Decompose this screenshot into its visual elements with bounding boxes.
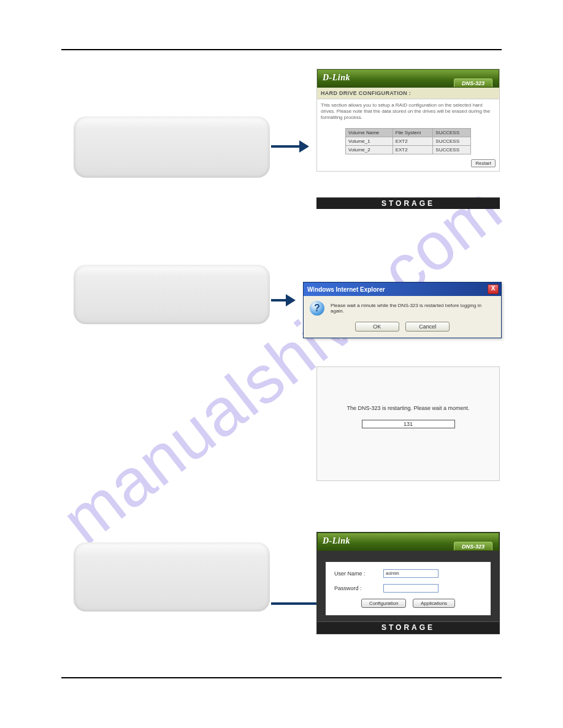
configuration-button[interactable]: Configuration [361, 599, 407, 608]
restart-row: Restart [317, 158, 499, 171]
login-button-row: Configuration Applications [334, 599, 482, 608]
col-status: SUCCESS [433, 129, 471, 137]
close-icon[interactable]: X [488, 284, 499, 294]
messagebox-body: ? Please wait a minute while the DNS-323… [304, 296, 501, 319]
step-box-4 [74, 542, 270, 612]
dlink-logo: D-Link [323, 73, 350, 83]
restarting-panel: The DNS-323 is restarting. Please wait a… [316, 366, 500, 481]
username-label: User Name : [334, 571, 383, 577]
arrow-1 [271, 145, 305, 148]
username-row: User Name : admin [334, 569, 482, 578]
storage-bar-1: STORAGE [316, 197, 500, 209]
password-row: Password : [334, 584, 482, 593]
cancel-button[interactable]: Cancel [405, 322, 450, 332]
cell-file-system: EXT2 [393, 137, 433, 146]
messagebox-text: Please wait a minute while the DNS-323 i… [331, 303, 495, 314]
cell-status: SUCCESS [433, 146, 471, 154]
login-dark-area: User Name : admin Password : Configurati… [317, 551, 499, 621]
volume-table: Volume Name File System SUCCESS Volume_1… [345, 128, 471, 154]
step-box-2 [74, 265, 270, 324]
restarting-text: The DNS-323 is restarting. Please wait a… [317, 405, 499, 411]
manual-page: manualshive.com D-Link DNS-323 HARD DRIV… [0, 0, 563, 728]
cell-status: SUCCESS [433, 137, 471, 146]
messagebox-title: Windows Internet Explorer [307, 286, 385, 293]
table-header-row: Volume Name File System SUCCESS [346, 129, 471, 137]
raid-config-desc: This section allows you to setup a RAID … [317, 99, 499, 126]
password-input[interactable] [383, 584, 439, 593]
storage-footer: STORAGE [317, 621, 499, 634]
question-icon: ? [310, 301, 324, 316]
model-tab: DNS-323 [454, 78, 492, 87]
progress-bar: 131 [362, 420, 455, 428]
applications-button[interactable]: Applications [413, 599, 455, 608]
watermark-text: manualshive.com [47, 169, 516, 559]
col-volume-name: Volume Name [346, 129, 393, 137]
username-input[interactable]: admin [383, 569, 439, 578]
page-rule-bottom [61, 677, 502, 678]
restart-button[interactable]: Restart [471, 159, 496, 167]
model-tab: DNS-323 [454, 542, 492, 550]
col-file-system: File System [393, 129, 433, 137]
table-row: Volume_1 EXT2 SUCCESS [346, 137, 471, 146]
table-row: Volume_2 EXT2 SUCCESS [346, 146, 471, 154]
step-box-1 [74, 116, 270, 178]
dlink-logo: D-Link [323, 536, 350, 546]
cell-volume-name: Volume_1 [346, 137, 393, 146]
raid-config-panel: D-Link DNS-323 HARD DRIVE CONFIGURATION … [316, 69, 500, 172]
login-form-card: User Name : admin Password : Configurati… [326, 562, 491, 615]
raid-config-title: HARD DRIVE CONFIGURATION : [317, 88, 499, 99]
dlink-header-1: D-Link DNS-323 [317, 69, 499, 88]
cell-file-system: EXT2 [393, 146, 433, 154]
ok-button[interactable]: OK [355, 322, 399, 332]
page-rule-top [61, 49, 502, 50]
messagebox-button-row: OK Cancel [304, 319, 501, 338]
dlink-header-2: D-Link DNS-323 [317, 533, 499, 551]
messagebox-titlebar: Windows Internet Explorer X [304, 282, 501, 296]
arrow-2 [271, 299, 292, 301]
cell-volume-name: Volume_2 [346, 146, 393, 154]
login-panel: D-Link DNS-323 User Name : admin Passwor… [316, 532, 500, 634]
ie-messagebox: Windows Internet Explorer X ? Please wai… [303, 282, 502, 338]
password-label: Password : [334, 585, 383, 591]
